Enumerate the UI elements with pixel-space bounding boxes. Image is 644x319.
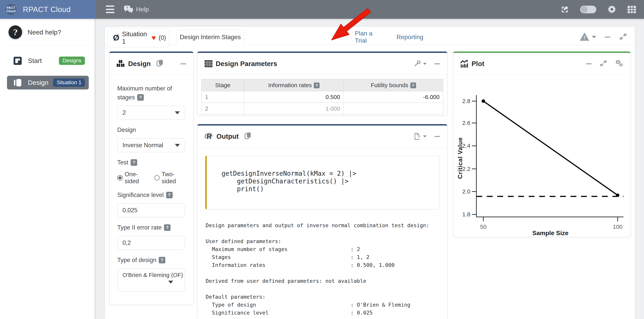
col-stage: Stage — [202, 79, 244, 91]
design-parameters-header: Design Parameters — [198, 53, 447, 75]
grid-icon[interactable] — [627, 5, 636, 13]
help-badge-icon[interactable]: ? — [410, 82, 416, 88]
settings-sun-icon[interactable] — [607, 5, 616, 14]
app-title: RPACT Cloud — [23, 5, 71, 14]
annotation-arrow — [328, 6, 374, 43]
design-select[interactable]: Inverse Normal — [117, 138, 185, 152]
max-stages-select[interactable]: 2 — [117, 106, 185, 120]
chevron-down-icon — [423, 63, 426, 65]
situation-label: Situation 1 — [122, 30, 147, 45]
cubes-icon — [116, 60, 125, 68]
designs-badge: Designs — [59, 56, 85, 65]
futility-bound-cell[interactable] — [344, 103, 443, 114]
fullscreen-icon[interactable] — [560, 5, 569, 14]
expand-button[interactable] — [600, 59, 607, 68]
svg-text:?: ? — [126, 6, 128, 10]
futility-bound-cell[interactable]: -6.000 — [344, 91, 443, 103]
expand-button[interactable] — [619, 32, 627, 41]
minimize-button[interactable] — [605, 37, 610, 37]
stage-cell: 1 — [202, 91, 244, 103]
need-help-link[interactable]: ? Need help? — [0, 19, 96, 45]
warning-icon: ! — [580, 33, 589, 41]
help-badge-icon[interactable]: ? — [166, 192, 173, 198]
file-export-icon — [414, 132, 421, 140]
y-tick-label: 2.6 — [462, 120, 470, 126]
x-axis-label: Sample Size — [532, 230, 568, 237]
information-rate-cell[interactable]: 0.500 — [244, 91, 344, 103]
data-point-stage2 — [616, 194, 620, 197]
critical-value-chart: 1.8 2.0 2.2 2.4 2.6 2.8 50 100 Critical … — [453, 75, 630, 237]
rpact-logo[interactable]: PACT Cloud — [5, 3, 17, 16]
question-mark-icon: ? — [8, 25, 22, 39]
favorites-count: (0) — [159, 34, 166, 41]
collapse-button[interactable] — [180, 63, 186, 64]
sidebar-item-design[interactable]: Design Situation 1 — [7, 76, 89, 89]
r-code-block[interactable]: getDesignInverseNormal(kMax = 2) |> getD… — [205, 156, 439, 209]
collapse-button[interactable] — [434, 63, 440, 64]
design-label: Design — [117, 125, 186, 134]
help-badge-icon[interactable]: ? — [137, 94, 144, 101]
situation-badge: Situation 1 — [53, 78, 85, 87]
chevron-down-icon — [592, 36, 596, 38]
col-futility-bounds: Futility bounds? — [344, 79, 443, 91]
export-dropdown[interactable] — [414, 132, 426, 140]
app-header: PACT Cloud RPACT Cloud — [0, 0, 96, 19]
tab-design-interim-stages[interactable]: Design Interim Stages — [176, 29, 244, 45]
design-icon — [14, 79, 22, 87]
plot-panel: Plot — [453, 51, 631, 237]
help-badge-icon[interactable]: ? — [314, 82, 320, 88]
logo-text-top: PACT — [6, 6, 15, 9]
y-tick-label: 2.0 — [462, 188, 470, 195]
heart-icon[interactable]: ♥ — [152, 34, 156, 41]
max-stages-label: Maximum number of stages? — [117, 84, 186, 102]
significance-level-input[interactable] — [117, 203, 185, 217]
tabbar-actions: ! — [580, 32, 627, 41]
radio-two-sided[interactable] — [154, 175, 160, 181]
type-of-design-select[interactable]: O'Brien & Fleming (OF) — [117, 269, 185, 292]
main-content-card: Ø Situation 1 ♥ (0) Design Interim Stage… — [105, 26, 635, 319]
radio-one-sided[interactable] — [117, 175, 123, 181]
help-badge-icon[interactable]: ? — [130, 159, 137, 166]
plot-settings-gears-icon[interactable] — [615, 59, 624, 68]
col-information-rates: Information rates? — [244, 79, 344, 91]
sidebar-toggle-icon[interactable] — [106, 5, 114, 13]
test-label: Test? — [117, 158, 186, 167]
selected-value: O'Brien & Fleming (OF) — [122, 272, 183, 278]
design-parameters-table: Stage Information rates? Futility bounds… — [201, 79, 443, 114]
table-row: 2 1.000 — [202, 103, 443, 114]
tab-label: Reporting — [396, 33, 424, 41]
table-icon — [204, 60, 212, 67]
help-menu[interactable]: ? Help — [124, 0, 149, 19]
panel-title: Design Parameters — [216, 60, 277, 68]
output-text: Design parameters and output of inverse … — [206, 221, 447, 317]
need-help-label: Need help? — [28, 28, 61, 36]
tab-label: Design Interim Stages — [180, 33, 241, 41]
selected-value: Inverse Normal — [122, 142, 163, 149]
help-badge-icon[interactable]: ? — [164, 224, 170, 231]
dark-mode-toggle[interactable] — [580, 5, 596, 13]
warnings-dropdown[interactable]: ! — [580, 33, 596, 41]
collapse-button[interactable] — [586, 63, 592, 64]
information-rate-cell[interactable]: 1.000 — [244, 103, 344, 114]
help-badge-icon[interactable]: ? — [159, 257, 165, 263]
tab-reporting[interactable]: Reporting — [396, 29, 424, 45]
output-panel-header: R Output — [198, 125, 447, 147]
data-point-stage1 — [482, 99, 485, 103]
copy-icon[interactable] — [156, 59, 164, 68]
collapse-button[interactable] — [434, 136, 440, 137]
y-tick-label: 2.8 — [462, 98, 470, 104]
design-panel: Design Maximum number of stages? 2 Desig… — [109, 51, 194, 305]
stage-cell: 2 — [202, 103, 244, 114]
situation-tab[interactable]: Ø Situation 1 ♥ (0) — [108, 28, 170, 47]
tools-dropdown[interactable] — [414, 60, 426, 67]
topbar-actions — [560, 0, 636, 19]
copy-icon[interactable] — [244, 132, 252, 141]
chart-line-icon — [460, 60, 468, 68]
type-of-design-label: Type of design? — [117, 256, 186, 265]
critical-value-line — [483, 101, 618, 195]
topbar: PACT Cloud RPACT Cloud ? Help — [0, 0, 644, 19]
test-radio-group: One-sided Two-sided — [117, 171, 186, 185]
type2-error-input[interactable] — [117, 236, 185, 250]
sidebar-item-start[interactable]: Start Designs — [7, 54, 89, 68]
toggle-knob — [581, 6, 588, 13]
